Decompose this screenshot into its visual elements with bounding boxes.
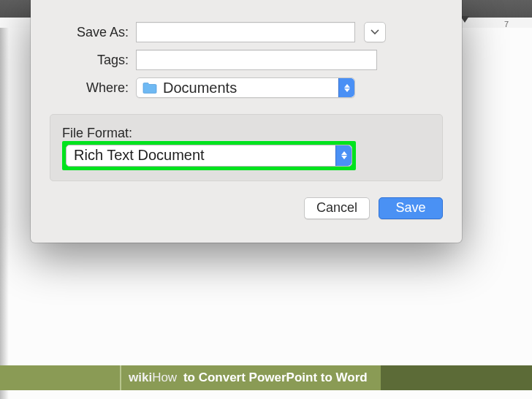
tags-input[interactable] bbox=[136, 50, 377, 70]
caption-mid: wikiHow to Convert PowerPoint to Word bbox=[121, 365, 381, 390]
select-arrows-icon bbox=[338, 78, 354, 97]
where-label: Where: bbox=[50, 80, 136, 96]
where-select[interactable]: Documents bbox=[136, 77, 355, 98]
caption-bar: wikiHow to Convert PowerPoint to Word bbox=[0, 365, 532, 390]
save-dialog: Save As: Tags: Where: Documents File For… bbox=[31, 0, 462, 243]
file-format-label: File Format: bbox=[62, 126, 140, 141]
caption-text: wikiHow to Convert PowerPoint to Word bbox=[129, 370, 368, 385]
tags-label: Tags: bbox=[50, 53, 136, 68]
where-row: Where: Documents bbox=[50, 77, 443, 98]
caption-left-block bbox=[0, 365, 121, 390]
expand-button[interactable] bbox=[364, 22, 386, 42]
page-shadow bbox=[0, 28, 9, 399]
file-format-value: Rich Text Document bbox=[74, 147, 205, 164]
folder-icon bbox=[142, 82, 157, 94]
caption-rest bbox=[381, 365, 532, 390]
save-as-label: Save As: bbox=[50, 25, 136, 40]
save-as-input[interactable] bbox=[136, 22, 355, 42]
save-as-row: Save As: bbox=[50, 22, 443, 42]
file-format-section: File Format: Rich Text Document bbox=[50, 114, 443, 181]
chevron-down-icon bbox=[370, 29, 379, 35]
dialog-buttons: Cancel Save bbox=[50, 197, 443, 219]
cancel-button[interactable]: Cancel bbox=[304, 197, 370, 219]
tags-row: Tags: bbox=[50, 50, 443, 70]
file-format-highlight: Rich Text Document bbox=[62, 141, 356, 170]
caption-brand-plain: How bbox=[152, 370, 177, 384]
select-arrows-icon bbox=[335, 145, 352, 166]
save-button[interactable]: Save bbox=[379, 197, 443, 219]
file-format-select[interactable]: Rich Text Document bbox=[66, 145, 352, 167]
where-value: Documents bbox=[163, 80, 237, 96]
caption-brand-bold: wiki bbox=[129, 370, 152, 384]
caption-title: to Convert PowerPoint to Word bbox=[183, 370, 368, 384]
